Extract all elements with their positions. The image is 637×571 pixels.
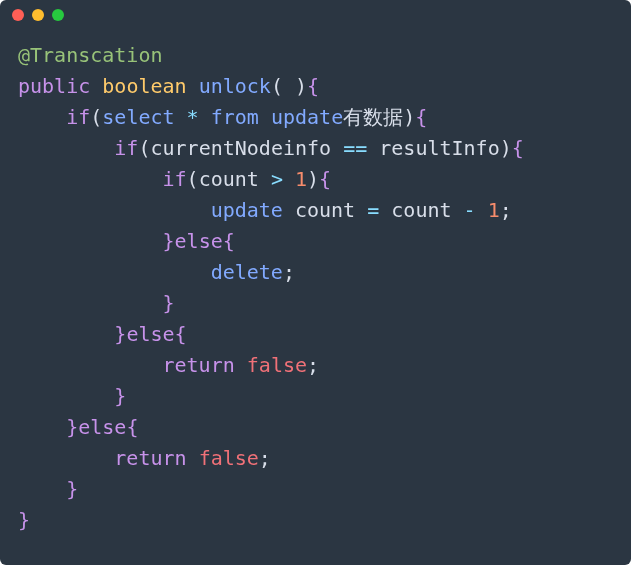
kw-if: if: [163, 167, 187, 191]
semi: ;: [500, 198, 512, 222]
kw-update: update: [271, 105, 343, 129]
paren-open: (: [90, 105, 102, 129]
kw-from: from: [211, 105, 259, 129]
brace-close: }: [18, 508, 30, 532]
op-assign: =: [367, 198, 379, 222]
brace-close: }: [114, 322, 126, 346]
code-block: @Transcation public boolean unlock( ){ i…: [0, 30, 631, 546]
kw-false: false: [247, 353, 307, 377]
semi: ;: [307, 353, 319, 377]
text-hasdata: 有数据: [343, 105, 403, 129]
brace-close: }: [114, 384, 126, 408]
kw-boolean: boolean: [102, 74, 186, 98]
op-gt: >: [271, 167, 283, 191]
paren-close: ): [500, 136, 512, 160]
kw-else: else: [78, 415, 126, 439]
paren-close: ): [307, 167, 319, 191]
kw-return: return: [163, 353, 235, 377]
brace-close: }: [163, 229, 175, 253]
id-currentnodeinfo: currentNodeinfo: [150, 136, 331, 160]
kw-delete: delete: [211, 260, 283, 284]
brace-open: {: [512, 136, 524, 160]
titlebar: [0, 0, 631, 30]
star: *: [187, 105, 199, 129]
kw-else: else: [126, 322, 174, 346]
op-minus: -: [464, 198, 476, 222]
semi: ;: [259, 446, 271, 470]
brace-open: {: [415, 105, 427, 129]
brace-open: {: [126, 415, 138, 439]
brace-close: }: [66, 477, 78, 501]
close-icon[interactable]: [12, 9, 24, 21]
kw-return: return: [114, 446, 186, 470]
paren-open: (: [138, 136, 150, 160]
brace-close: }: [163, 291, 175, 315]
kw-update: update: [211, 198, 283, 222]
brace-open: {: [319, 167, 331, 191]
brace-open: {: [175, 322, 187, 346]
lit-1: 1: [488, 198, 500, 222]
semi: ;: [283, 260, 295, 284]
paren-open: (: [187, 167, 199, 191]
code-window: @Transcation public boolean unlock( ){ i…: [0, 0, 631, 565]
id-count: count: [391, 198, 451, 222]
fn-unlock: unlock: [199, 74, 271, 98]
brace-close: }: [66, 415, 78, 439]
id-count: count: [295, 198, 355, 222]
brace-open: {: [307, 74, 319, 98]
kw-else: else: [175, 229, 223, 253]
brace-open: {: [223, 229, 235, 253]
kw-public: public: [18, 74, 90, 98]
op-eq: ==: [343, 136, 367, 160]
parens: ( ): [271, 74, 307, 98]
minimize-icon[interactable]: [32, 9, 44, 21]
kw-if: if: [66, 105, 90, 129]
kw-select: select: [102, 105, 174, 129]
maximize-icon[interactable]: [52, 9, 64, 21]
kw-false: false: [199, 446, 259, 470]
id-count: count: [199, 167, 259, 191]
annotation: @Transcation: [18, 43, 163, 67]
paren-close: ): [403, 105, 415, 129]
kw-if: if: [114, 136, 138, 160]
id-resultinfo: resultInfo: [379, 136, 499, 160]
lit-1: 1: [295, 167, 307, 191]
